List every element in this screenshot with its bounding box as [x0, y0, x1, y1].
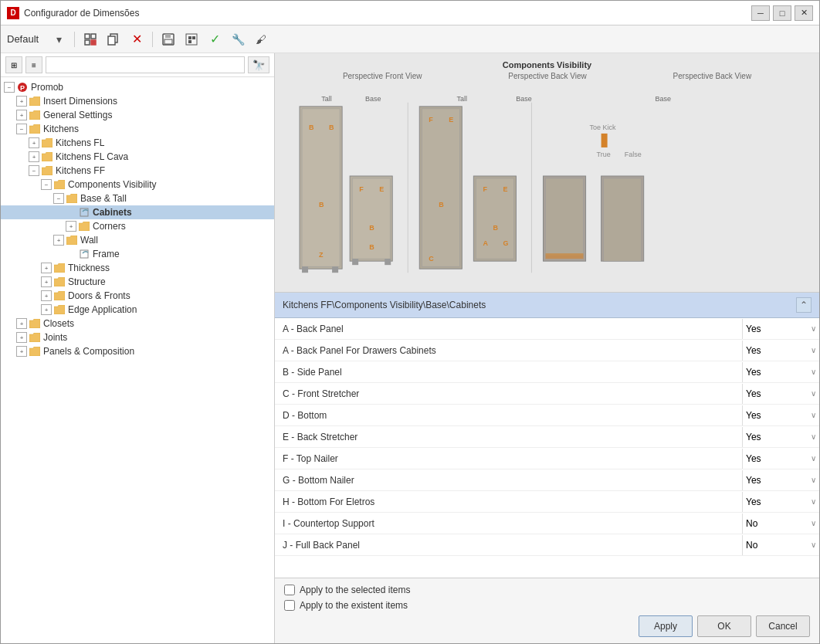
prop-value-container-9: YesNo	[742, 514, 819, 534]
expander-kitchens-fl-cava[interactable]: +	[29, 151, 39, 162]
svg-rect-8	[164, 39, 172, 44]
tree-item-kitchens-fl-cava[interactable]: + Kitchens FL Cava	[1, 150, 274, 164]
folder-icon-kitchens-fl-cava	[41, 151, 53, 163]
prop-value-container-10: YesNo	[742, 535, 819, 555]
tree-item-components-visibility[interactable]: − Components Visibility	[1, 178, 274, 192]
prop-select-2[interactable]: YesNo	[743, 362, 819, 382]
expander-structure[interactable]: +	[41, 276, 52, 287]
expander-thickness[interactable]: +	[41, 263, 52, 273]
svg-text:E: E	[379, 185, 384, 193]
tree-button-1[interactable]: ⊞	[5, 56, 22, 73]
tree-item-structure[interactable]: + Structure	[1, 275, 274, 289]
prop-name-8: H - Bottom For Eletros	[275, 493, 742, 510]
minimize-button[interactable]: ─	[751, 5, 770, 21]
tree-item-joints[interactable]: + Joints	[1, 330, 274, 344]
tree-item-edge-application[interactable]: + Edge Application	[1, 303, 274, 317]
tree-item-kitchens-fl[interactable]: + Kitchens FL	[1, 136, 274, 150]
expander-kitchens-ff[interactable]: −	[29, 165, 39, 176]
tree-item-doors-fronts[interactable]: + Doors & Fronts	[1, 289, 274, 303]
ok-button[interactable]: OK	[697, 615, 751, 637]
prop-select-3[interactable]: YesNo	[743, 384, 819, 404]
tree-item-frame[interactable]: Frame	[1, 247, 274, 261]
expander-corners[interactable]: +	[66, 221, 76, 232]
expander-kitchens-fl[interactable]: +	[29, 137, 39, 148]
svg-text:B: B	[369, 243, 374, 251]
expander-base-tall[interactable]: −	[53, 193, 64, 204]
apply-selected-checkbox[interactable]	[284, 585, 295, 595]
expander-insert-dimensions[interactable]: +	[16, 96, 27, 107]
export-button[interactable]	[182, 30, 201, 49]
prop-select-5[interactable]: YesNo	[743, 427, 819, 447]
prop-select-6[interactable]: YesNo	[743, 449, 819, 469]
tree-item-base-tall[interactable]: − Base & Tall	[1, 192, 274, 205]
tree-item-general-settings[interactable]: + General Settings	[1, 108, 274, 122]
svg-rect-55	[545, 253, 583, 259]
svg-text:C: C	[429, 255, 434, 263]
dropdown-button[interactable]: ▾	[49, 30, 68, 49]
apply-selected-row: Apply to the selected items	[284, 585, 810, 595]
tree-item-cabinets[interactable]: Cabinets	[1, 205, 274, 219]
maximize-button[interactable]: □	[773, 5, 791, 21]
prop-select-4[interactable]: YesNo	[743, 405, 819, 425]
svg-rect-11	[192, 36, 195, 39]
folder-icon-kitchens-fl	[41, 137, 53, 149]
folder-icon-joints	[29, 331, 41, 344]
expander-panels-composition[interactable]: +	[16, 346, 27, 357]
expander-edge-application[interactable]: +	[41, 304, 52, 315]
prop-value-container-3: YesNo	[742, 384, 819, 404]
prop-select-7[interactable]: YesNo	[743, 470, 819, 490]
svg-rect-54	[545, 178, 583, 256]
grid-view-button[interactable]	[81, 30, 100, 49]
svg-rect-12	[188, 40, 191, 43]
cancel-button[interactable]: Cancel	[756, 615, 810, 637]
tree-item-panels-composition[interactable]: + Panels & Composition	[1, 344, 274, 358]
svg-rect-7	[165, 34, 171, 38]
expander-general-settings[interactable]: +	[16, 110, 27, 120]
delete-button[interactable]: ✕	[127, 30, 146, 49]
expander-joints[interactable]: +	[16, 332, 27, 343]
tree-item-closets[interactable]: + Closets	[1, 317, 274, 330]
tree-item-wall[interactable]: + Wall	[1, 233, 274, 247]
expander-promob[interactable]: −	[4, 82, 15, 93]
svg-rect-60	[352, 259, 358, 265]
svg-text:True: True	[597, 151, 611, 158]
svg-rect-36	[422, 109, 459, 266]
svg-text:A: A	[483, 239, 488, 247]
tree-item-thickness[interactable]: + Thickness	[1, 261, 274, 275]
save-button[interactable]	[159, 30, 178, 49]
prop-value-container-8: YesNo	[742, 492, 819, 512]
tree-label-components-visibility: Components Visibility	[68, 179, 157, 190]
apply-button[interactable]: Apply	[639, 615, 693, 637]
prop-select-0[interactable]: YesNo	[743, 319, 819, 339]
expander-kitchens[interactable]: −	[16, 124, 27, 134]
expander-doors-fronts[interactable]: +	[41, 290, 52, 301]
close-button[interactable]: ✕	[795, 5, 813, 21]
svg-text:Tall: Tall	[321, 95, 332, 103]
toolbar: Default ▾ ✕	[1, 25, 819, 53]
expander-closets[interactable]: +	[16, 318, 27, 329]
title-bar-left: D Configurador de Dimensões	[7, 7, 139, 19]
expander-wall[interactable]: +	[53, 235, 64, 246]
svg-text:G: G	[503, 239, 508, 247]
svg-text:P: P	[20, 84, 25, 92]
prop-select-10[interactable]: YesNo	[743, 535, 819, 555]
search-binoculars-button[interactable]: 🔭	[248, 56, 269, 73]
prop-select-8[interactable]: YesNo	[743, 492, 819, 512]
tree-item-kitchens[interactable]: − Kitchens	[1, 122, 274, 136]
prop-select-9[interactable]: YesNo	[743, 514, 819, 534]
tree-button-2[interactable]: ≡	[25, 56, 42, 73]
copy-button[interactable]	[104, 30, 123, 49]
search-input[interactable]	[46, 56, 245, 73]
paint-button[interactable]: 🖌	[252, 30, 270, 49]
validate-button[interactable]: ✓	[205, 30, 224, 49]
settings-button[interactable]: 🔧	[229, 30, 247, 49]
prop-select-1[interactable]: YesNo	[743, 341, 819, 361]
tree-item-corners[interactable]: + Corners	[1, 219, 274, 233]
search-bar: ⊞ ≡ 🔭	[1, 53, 274, 77]
tree-item-promob[interactable]: − P Promob	[1, 80, 274, 94]
tree-item-insert-dimensions[interactable]: + Insert Dimensions	[1, 94, 274, 108]
section-collapse-button[interactable]: ⌃	[796, 297, 812, 313]
apply-existent-checkbox[interactable]	[284, 600, 295, 611]
tree-item-kitchens-ff[interactable]: − Kitchens FF	[1, 164, 274, 178]
expander-components-visibility[interactable]: −	[41, 179, 52, 190]
